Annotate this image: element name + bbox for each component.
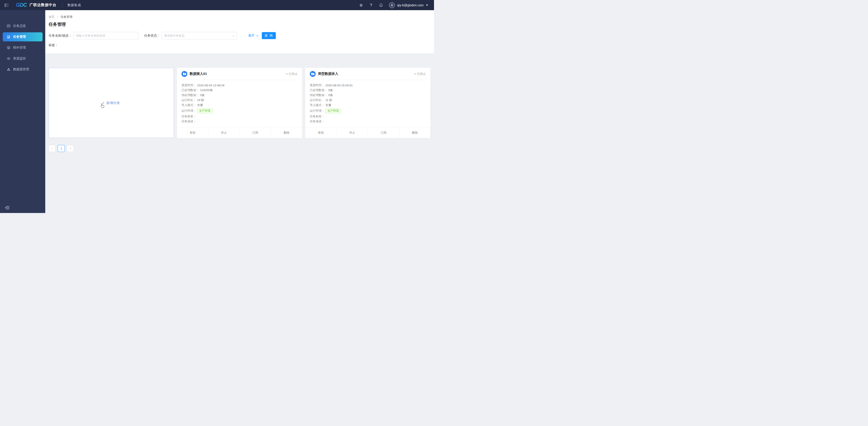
hand-pointer-cursor xyxy=(100,103,105,109)
filter-panel: 首页 / 任务管理 任务管理 任务名称/描述： 任务状态： 请选择任务状态 展开… xyxy=(45,10,434,53)
breadcrumb-home[interactable]: 首页 xyxy=(49,15,55,19)
task-status: 已停止 xyxy=(286,72,298,76)
expand-link[interactable]: 展开 xyxy=(248,34,258,38)
layers-icon xyxy=(7,46,10,50)
sidebar-item-resource-monitor[interactable]: 资源监控 xyxy=(0,53,45,64)
info-value: 9条 xyxy=(328,88,333,92)
info-label: 运行时长： xyxy=(310,98,324,102)
env-badge: 生产环境 xyxy=(197,108,213,113)
page-1-button[interactable]: 1 xyxy=(58,145,65,152)
help-icon[interactable]: ? xyxy=(369,3,373,7)
info-value: 0条 xyxy=(328,93,333,97)
chevron-right-icon xyxy=(69,148,71,150)
search-button[interactable]: 查 询 xyxy=(262,32,276,39)
task-cards-row: + 新增任务 数据接入01 已停止 更新 xyxy=(49,68,430,138)
sidebar-item-component-management[interactable]: 组件管理 xyxy=(0,42,45,53)
eye-icon xyxy=(7,57,10,60)
info-value: 全量 xyxy=(197,103,203,107)
info-label: 更新时间： xyxy=(182,83,196,87)
info-value: 124200条 xyxy=(200,88,213,92)
task-card-footer: 复制 停止 订阅 删除 xyxy=(177,127,302,138)
bell-icon[interactable] xyxy=(379,3,383,7)
page-title: 任务管理 xyxy=(49,22,66,27)
task-card-header: 数据接入01 已停止 xyxy=(177,68,302,80)
info-value: 19 秒 xyxy=(197,98,204,102)
add-task-link[interactable]: + 新增任务 xyxy=(102,101,120,105)
task-title: 数据接入01 xyxy=(190,72,207,76)
chevron-down-icon xyxy=(232,34,235,36)
expand-label: 展开 xyxy=(248,34,254,38)
info-label: 待处理数据： xyxy=(182,93,199,97)
task-name-input[interactable] xyxy=(73,32,138,39)
sidebar-item-task-overview[interactable]: 任务总览 xyxy=(0,21,45,31)
info-label: 运行环境： xyxy=(182,109,196,113)
status-dot-icon xyxy=(414,73,416,75)
user-email[interactable]: qiy-b@glodon.com xyxy=(397,3,424,7)
delete-button[interactable]: 删除 xyxy=(271,127,302,138)
subscribe-button[interactable]: 订阅 xyxy=(368,127,399,138)
menu-fold-icon[interactable] xyxy=(5,206,9,209)
avatar[interactable] xyxy=(389,2,395,8)
dashboard-chart-icon xyxy=(7,24,10,28)
delete-button[interactable]: 删除 xyxy=(399,127,431,138)
status-text: 已停止 xyxy=(289,72,298,76)
info-value: 全量 xyxy=(326,103,331,107)
task-status-placeholder: 请选择任务状态 xyxy=(164,34,185,38)
chevron-left-icon xyxy=(51,148,54,150)
info-value: 0条 xyxy=(200,93,205,97)
tag-filter-label: 标签： xyxy=(49,43,58,47)
task-card-footer: 复制 停止 订阅 删除 xyxy=(305,127,430,138)
folder-download-icon xyxy=(310,71,316,77)
status-dot-icon xyxy=(286,73,288,75)
breadcrumb-separator: / xyxy=(57,15,58,19)
brand: GDC 广联达数据中台 xyxy=(16,2,56,8)
task-name-label: 任务名称/描述： xyxy=(49,34,72,38)
brand-title: 广联达数据中台 xyxy=(29,3,56,7)
top-bar: GDC 广联达数据中台 数据集成 ? qiy- xyxy=(0,0,434,10)
prev-page-button[interactable] xyxy=(49,145,56,152)
info-label: 导入模式： xyxy=(182,103,196,107)
datasource-icon xyxy=(7,68,10,71)
stop-button[interactable]: 停止 xyxy=(337,127,368,138)
info-value: 2020-08-04 13:48:04 xyxy=(197,84,224,87)
chevron-down-icon xyxy=(256,34,258,36)
info-label: 更新时间： xyxy=(310,83,324,87)
collapse-menu-icon[interactable] xyxy=(4,3,9,7)
task-card-header: 类型数据录入 已停止 xyxy=(305,68,430,80)
pagination: 1 xyxy=(49,145,74,152)
next-page-button[interactable] xyxy=(67,145,74,152)
info-value: 11 秒 xyxy=(326,98,332,102)
caret-down-icon[interactable] xyxy=(426,4,428,6)
task-status: 已停止 xyxy=(414,72,426,76)
sidebar: 任务总览 任务管理 组件管理 资源监控 数据源管理 xyxy=(0,10,45,213)
main-content: 首页 / 任务管理 任务管理 任务名称/描述： 任务状态： 请选择任务状态 展开… xyxy=(45,10,434,213)
info-label: 待处理数据： xyxy=(310,93,328,97)
add-task-card[interactable]: + 新增任务 xyxy=(49,68,174,138)
stop-button[interactable]: 停止 xyxy=(208,127,240,138)
sidebar-item-datasource-management[interactable]: 数据源管理 xyxy=(0,64,45,75)
add-task-label: 新增任务 xyxy=(106,101,120,105)
task-title: 类型数据录入 xyxy=(318,72,338,76)
info-label: 任务描述： xyxy=(310,120,324,124)
task-card-body: 更新时间：2020-08-03 15:04:41 已处理数据：9条 待处理数据：… xyxy=(305,80,430,124)
info-label: 导入模式： xyxy=(310,103,324,107)
info-label: 任务描述： xyxy=(182,120,196,124)
info-label: 运行时长： xyxy=(182,98,196,102)
task-status-label: 任务状态： xyxy=(144,34,160,38)
copy-button[interactable]: 复制 xyxy=(305,127,337,138)
info-label: 运行环境： xyxy=(310,109,324,113)
info-value: 2020-08-03 15:04:41 xyxy=(326,84,353,87)
bug-icon[interactable] xyxy=(359,3,363,7)
info-label: 已处理数据： xyxy=(310,88,328,92)
task-card-body: 更新时间：2020-08-04 13:48:04 已处理数据：124200条 待… xyxy=(177,80,302,124)
sidebar-item-task-management[interactable]: 任务管理 xyxy=(3,32,42,41)
task-status-select[interactable]: 请选择任务状态 xyxy=(161,32,237,39)
env-badge: 生产环境 xyxy=(326,108,341,113)
breadcrumb-current: 任务管理 xyxy=(61,15,72,19)
info-label: 已处理数据： xyxy=(182,88,199,92)
module-title: 数据集成 xyxy=(67,3,81,7)
sidebar-item-label: 任务管理 xyxy=(13,35,26,39)
subscribe-button[interactable]: 订阅 xyxy=(239,127,271,138)
breadcrumb: 首页 / 任务管理 xyxy=(49,15,72,19)
copy-button[interactable]: 复制 xyxy=(177,127,208,138)
